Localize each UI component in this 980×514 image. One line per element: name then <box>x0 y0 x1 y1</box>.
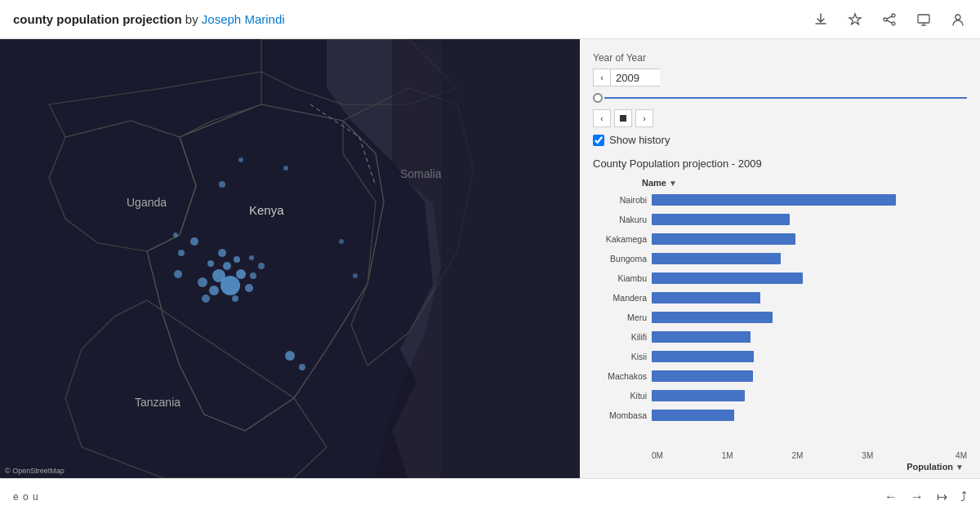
bar-label: Mandera <box>593 293 652 303</box>
slider-dot <box>593 93 603 103</box>
svg-point-19 <box>209 286 219 295</box>
present-icon[interactable] <box>915 11 933 29</box>
bar-container[interactable] <box>652 292 967 304</box>
header-icons <box>812 11 967 29</box>
table-row: Machakos <box>593 367 967 385</box>
svg-text:Tanzania: Tanzania <box>135 396 180 409</box>
svg-point-25 <box>232 295 238 302</box>
bar-container[interactable] <box>652 390 967 401</box>
bar-label: Kilifi <box>593 332 652 342</box>
svg-point-33 <box>285 351 295 361</box>
svg-line-3 <box>887 16 892 18</box>
svg-point-2 <box>892 22 895 25</box>
author-link[interactable]: Joseph Marindi <box>202 12 285 26</box>
bar-label: Kisii <box>593 352 652 361</box>
slider-container[interactable] <box>593 93 967 103</box>
bar-label: Bungoma <box>593 254 652 264</box>
right-panel: Year of Year ‹ ‹ › Show history County P… <box>580 39 980 478</box>
svg-point-27 <box>258 263 265 269</box>
x-axis-label-row: Population ▼ <box>593 462 967 472</box>
map-area: Uganda Kenya Somalia Tanzania <box>0 39 580 478</box>
bar-container[interactable] <box>652 253 967 264</box>
header: county population projection by Joseph M… <box>0 0 980 39</box>
bar-container[interactable] <box>652 214 967 225</box>
year-prev-button[interactable]: ‹ <box>593 69 611 86</box>
footer-end-button[interactable]: ↦ <box>937 489 947 504</box>
bar-label: Kiambu <box>593 273 652 283</box>
svg-point-31 <box>178 250 185 256</box>
bar-fill <box>652 410 734 421</box>
show-history-label[interactable]: Show history <box>609 134 670 146</box>
bar-fill <box>652 292 760 304</box>
slider-track <box>604 97 967 99</box>
svg-point-21 <box>207 260 214 267</box>
svg-line-4 <box>887 20 892 22</box>
svg-point-35 <box>174 270 182 278</box>
svg-marker-41 <box>441 39 580 478</box>
svg-point-28 <box>202 295 210 303</box>
map-credits: © OpenStreetMap <box>5 467 65 475</box>
table-row: Kilifi <box>593 328 967 346</box>
name-filter-icon[interactable]: ▼ <box>669 179 677 188</box>
table-row: Mandera <box>593 289 967 307</box>
name-column-header: Name ▼ <box>642 178 677 188</box>
bar-fill <box>652 390 745 401</box>
bar-fill <box>652 331 751 343</box>
population-filter-icon[interactable]: ▼ <box>956 463 964 472</box>
svg-point-17 <box>236 269 246 279</box>
svg-point-29 <box>249 255 254 260</box>
play-next-button[interactable]: › <box>635 109 653 127</box>
svg-point-1 <box>884 18 887 21</box>
bar-container[interactable] <box>652 233 967 245</box>
footer-share-nav-button[interactable]: ⤴ <box>960 490 967 504</box>
title-bold-text: county population projection <box>13 12 182 26</box>
bar-container[interactable] <box>652 312 967 323</box>
year-input[interactable] <box>611 69 660 86</box>
table-row: Kakamega <box>593 230 967 248</box>
bar-container[interactable] <box>652 351 967 362</box>
footer-back-button[interactable]: ← <box>884 490 898 504</box>
stop-icon <box>620 115 626 122</box>
bar-container[interactable] <box>652 370 967 382</box>
bar-container[interactable] <box>652 410 967 421</box>
bar-label: Kitui <box>593 391 652 401</box>
user-icon[interactable] <box>949 11 967 29</box>
main-content: Uganda Kenya Somalia Tanzania <box>0 39 980 478</box>
bar-fill <box>652 233 795 245</box>
play-prev-button[interactable]: ‹ <box>593 109 611 127</box>
bar-label: Mombasa <box>593 410 652 420</box>
svg-text:Kenya: Kenya <box>249 203 284 217</box>
star-icon[interactable] <box>846 11 864 29</box>
by-text: by <box>185 12 198 26</box>
bar-container[interactable] <box>652 194 967 206</box>
bars-area: NairobiNakuruKakamegaBungomaKiambuMander… <box>593 191 967 448</box>
svg-point-26 <box>198 277 207 287</box>
table-row: Kitui <box>593 387 967 405</box>
stop-button[interactable] <box>614 109 632 127</box>
svg-point-0 <box>892 14 895 17</box>
bar-fill <box>652 312 773 323</box>
chart-header: Name ▼ <box>593 178 967 188</box>
bar-container[interactable] <box>652 273 967 284</box>
footer: e o u ← → ↦ ⤴ <box>0 478 980 514</box>
svg-rect-5 <box>918 15 929 23</box>
footer-forward-button[interactable]: → <box>911 490 924 504</box>
bar-fill <box>652 194 896 206</box>
share-icon[interactable] <box>880 11 898 29</box>
svg-text:Uganda: Uganda <box>127 196 167 209</box>
bar-container[interactable] <box>652 331 967 343</box>
footer-left-text: e o u <box>13 491 39 503</box>
bar-label: Nairobi <box>593 195 652 205</box>
footer-nav: ← → ↦ ⤴ <box>884 489 967 504</box>
svg-point-38 <box>238 157 243 162</box>
playback-controls: ‹ › <box>593 109 967 127</box>
bar-fill <box>652 253 781 264</box>
svg-point-36 <box>219 181 225 188</box>
svg-point-16 <box>212 269 225 282</box>
table-row: Nakuru <box>593 210 967 228</box>
svg-point-18 <box>223 262 231 270</box>
show-history-checkbox[interactable] <box>593 135 604 146</box>
year-label: Year of Year <box>593 52 967 64</box>
chart-title: County Population projection - 2009 <box>593 157 967 170</box>
download-icon[interactable] <box>812 11 830 29</box>
